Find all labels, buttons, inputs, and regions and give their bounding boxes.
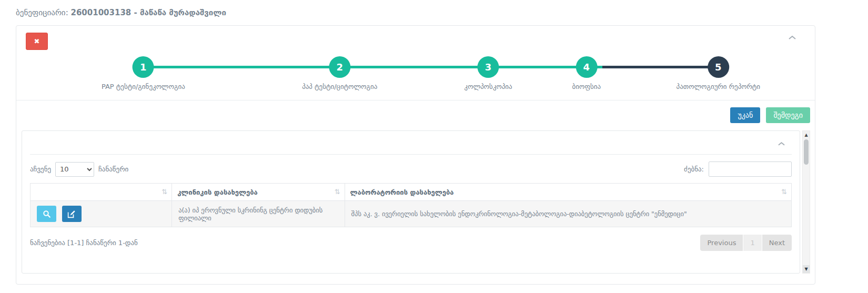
scrollbar-track <box>803 165 810 265</box>
sort-icon: ⇅ <box>781 188 787 196</box>
step-1-label: PAP ტესტი/გინეკოლოგია <box>102 83 185 90</box>
panel-collapse-button[interactable] <box>789 35 796 40</box>
search-label: ძებნა: <box>684 165 704 173</box>
step-1-pap-gynecology: 1 PAP ტესტი/გინეკოლოგია <box>102 50 185 90</box>
close-icon: ✖ <box>34 37 40 45</box>
search-control: ძებნა: <box>684 161 792 177</box>
wizard-actions: უკან შემდეგი <box>16 100 815 129</box>
search-input[interactable] <box>709 161 792 177</box>
table-header-row: ⇅ კლინიკის დასახელება ⇅ ლაბორატორიის დას… <box>31 184 792 201</box>
length-label-before: აჩვენე <box>30 165 51 173</box>
step-3-colposcopy: 3 კოლპოსკოპია <box>465 50 512 90</box>
screen: ბენეფიციარი: 26001003138 - მაწაწა მურადა… <box>0 0 868 293</box>
step-3-circle[interactable]: 3 <box>478 56 499 78</box>
table-controls: აჩვენე 10 ჩანაწერი ძებნა: <box>22 155 800 183</box>
vertical-scrollbar: ▲ ▼ <box>802 130 810 274</box>
scrollbar-thumb[interactable] <box>804 139 809 165</box>
step-3-label: კოლპოსკოპია <box>465 83 512 90</box>
step-1-circle[interactable]: 1 <box>133 56 154 78</box>
row-actions-cell <box>31 201 172 227</box>
view-row-button[interactable] <box>37 206 56 222</box>
step-5-circle[interactable]: 5 <box>708 56 729 78</box>
step-2-label: პაპ ტესტი/ციტოლოგია <box>302 83 377 90</box>
chevron-up-icon <box>789 35 796 40</box>
table-footer: ნაჩვენებია [1-1] ჩანაწერი 1-დან Previous… <box>22 227 800 251</box>
edit-row-button[interactable] <box>62 206 82 222</box>
results-collapse-button[interactable] <box>778 142 785 146</box>
results-table: ⇅ კლინიკის დასახელება ⇅ ლაბორატორიის დას… <box>30 183 792 227</box>
step-5-label: პათოლოგიური რეპორტი <box>677 83 761 90</box>
step-4-biopsy: 4 ბიოფსია <box>572 50 601 90</box>
scrollbar-down-button[interactable]: ▼ <box>803 265 810 273</box>
beneficiary-header: ბენეფიციარი: 26001003138 - მაწაწა მურადა… <box>0 0 868 17</box>
chevron-up-icon <box>778 142 785 146</box>
length-label-after: ჩანაწერი <box>98 165 128 173</box>
table-row: ა(ა) იპ ეროვნული სკრინინგ ცენტრი დიდუბის… <box>31 201 792 227</box>
sort-icon: ⇅ <box>162 188 167 196</box>
pagination-page-1[interactable]: 1 <box>743 235 761 251</box>
arrow-down-icon: ▼ <box>804 267 808 271</box>
column-header-clinic[interactable]: კლინიკის დასახელება ⇅ <box>172 184 345 201</box>
pagination-previous-button[interactable]: Previous <box>700 235 743 251</box>
step-2-circle[interactable]: 2 <box>329 56 350 78</box>
arrow-up-icon: ▲ <box>804 133 808 137</box>
length-control: აჩვენე 10 ჩანაწერი <box>30 162 128 177</box>
panel-toolbar: ✖ <box>16 26 815 50</box>
sort-icon: ⇅ <box>335 188 340 196</box>
step-2-pap-cytology: 2 პაპ ტესტი/ციტოლოგია <box>302 50 377 90</box>
close-button[interactable]: ✖ <box>26 33 48 50</box>
next-button[interactable]: შემდეგი <box>766 107 810 123</box>
results-card-toolbar <box>22 131 800 154</box>
page-length-select[interactable]: 10 <box>55 162 94 177</box>
clinic-name-cell: ა(ა) იპ ეროვნული სკრინინგ ცენტრი დიდუბის… <box>172 201 345 227</box>
pagination-next-button[interactable]: Next <box>762 235 792 251</box>
beneficiary-value: 26001003138 - მაწაწა მურადაშვილი <box>70 8 226 17</box>
back-button[interactable]: უკან <box>730 107 760 123</box>
step-4-circle[interactable]: 4 <box>576 56 597 78</box>
wizard-panel: ✖ 1 PAP ტესტი/გინეკოლოგია 2 პაპ ტესტი/ცი… <box>16 25 815 285</box>
table-info: ნაჩვენებია [1-1] ჩანაწერი 1-დან <box>30 239 138 247</box>
column-header-actions[interactable]: ⇅ <box>31 184 172 201</box>
progress-stepper: 1 PAP ტესტი/გინეკოლოგია 2 პაპ ტესტი/ციტო… <box>16 50 815 100</box>
column-header-laboratory[interactable]: ლაბორატორიის დასახელება ⇅ <box>345 184 791 201</box>
pagination: Previous 1 Next <box>700 235 792 251</box>
beneficiary-label: ბენეფიციარი: <box>16 8 68 17</box>
step-5-pathology-report: 5 პათოლოგიური რეპორტი <box>677 50 761 90</box>
step-4-label: ბიოფსია <box>572 83 601 90</box>
scrollbar-up-button[interactable]: ▲ <box>803 131 810 139</box>
results-scroll-region: აჩვენე 10 ჩანაწერი ძებნა: <box>22 130 810 274</box>
laboratory-name-cell: შპს აკ. ვ. ივერიელის სახელობის ენდოკრინო… <box>345 201 791 227</box>
results-card: აჩვენე 10 ჩანაწერი ძებნა: <box>22 130 800 274</box>
